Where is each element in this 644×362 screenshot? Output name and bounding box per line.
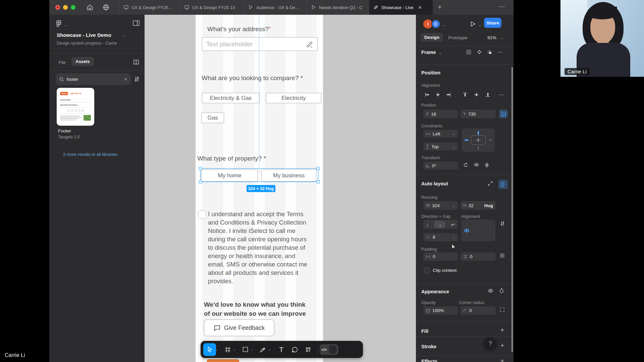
tab-showcase-live-active[interactable]: Showcase - Live ✕	[369, 0, 433, 15]
constraint-top-tick[interactable]	[478, 131, 479, 135]
height-field[interactable]: H32 Hug	[461, 201, 496, 210]
direction-down-icon[interactable]: ↓	[426, 222, 429, 227]
add-stroke-icon[interactable]: +	[500, 342, 504, 349]
help-button[interactable]: ?	[484, 337, 497, 350]
alignment-more-icon[interactable]: ⋯	[497, 90, 506, 99]
selection-handle[interactable]	[317, 180, 320, 183]
inspector-scrollbar[interactable]	[512, 67, 513, 352]
asset-footer-thumbnail[interactable]: iSelect 1800 784 772 About iSelect⌄ Impo…	[57, 88, 94, 126]
use-as-mask-icon[interactable]	[487, 50, 492, 55]
assets-search-field[interactable]: footer ✕	[56, 73, 131, 85]
tab-ux-design-fy25-de[interactable]: UX & Design FY25 De	[119, 0, 177, 15]
give-feedback-button[interactable]: Give Feedback	[204, 319, 274, 336]
flip-horizontal-icon[interactable]	[474, 162, 479, 167]
corner-radius-field[interactable]: 0	[461, 306, 496, 315]
chevron-down-icon[interactable]: ⌄	[64, 23, 67, 27]
rotate-icon[interactable]	[463, 162, 469, 168]
figma-logo-icon[interactable]	[56, 20, 61, 28]
dev-mode-toggle[interactable]: </>	[320, 344, 338, 355]
absolute-position-toggle[interactable]	[499, 110, 508, 118]
option-my-home-button[interactable]: My home	[201, 169, 258, 182]
direction-wrap-icon[interactable]: ↩	[451, 222, 455, 227]
align-center-h-icon[interactable]	[433, 90, 442, 99]
traffic-minimize-button[interactable]	[63, 5, 68, 10]
direction-right-icon-active[interactable]: →	[434, 221, 445, 228]
opacity-field[interactable]: 100%	[423, 306, 458, 315]
add-effect-icon[interactable]: +	[500, 357, 504, 362]
align-right-icon[interactable]	[444, 90, 453, 99]
y-position-field[interactable]: Y735	[461, 110, 496, 118]
spaces-globe-icon[interactable]	[102, 4, 110, 11]
frame-section-title[interactable]: Frame	[421, 50, 436, 55]
traffic-zoom-button[interactable]	[71, 5, 75, 10]
distribute-icon[interactable]	[500, 221, 505, 227]
rotation-field[interactable]: 0°	[423, 162, 458, 170]
horizontal-padding-field[interactable]: 0	[423, 252, 458, 261]
pen-tool-button[interactable]	[257, 343, 269, 356]
auto-layout-alignment-grid[interactable]	[461, 220, 495, 241]
option-electricity-button[interactable]: Electricity	[266, 93, 321, 103]
more-results-link[interactable]: 2 more results in all libraries	[63, 152, 117, 157]
independent-corners-icon[interactable]	[500, 307, 505, 312]
present-chevron[interactable]: ⌄	[478, 23, 481, 27]
traffic-close-button[interactable]	[55, 5, 60, 10]
add-fill-icon[interactable]: +	[500, 326, 504, 334]
address-input[interactable]: Text placeholder	[202, 37, 318, 51]
create-component-icon[interactable]	[477, 49, 482, 55]
width-field[interactable]: W324⌄	[423, 201, 458, 210]
eye-icon[interactable]	[488, 289, 493, 293]
home-icon[interactable]	[86, 4, 94, 11]
direction-segmented-control[interactable]: ↓ → ↩	[423, 220, 458, 229]
flip-vertical-icon[interactable]	[484, 162, 489, 168]
terms-checkbox[interactable]	[198, 210, 206, 219]
chevron-down-icon[interactable]: ⌄	[122, 33, 125, 38]
vertical-padding-field[interactable]: 0	[461, 252, 496, 261]
tab-audience[interactable]: Audience · UX & Desig	[244, 0, 304, 15]
actions-tool-button[interactable]	[303, 343, 314, 356]
share-button[interactable]: Share	[484, 18, 501, 28]
constraint-right-tick[interactable]	[489, 140, 492, 140]
clear-search-icon[interactable]: ✕	[124, 77, 127, 82]
avatar-c[interactable]: C	[431, 19, 440, 28]
tab-needs-iteration[interactable]: Needs iteration Q2 - C	[307, 0, 368, 15]
present-play-icon[interactable]	[470, 21, 476, 27]
partially-visible-orange-button[interactable]	[207, 359, 239, 362]
pen-tool-chevron[interactable]: ⌄	[268, 348, 271, 351]
move-tool-chevron[interactable]: ⌄	[215, 348, 218, 351]
option-gas-button[interactable]: Gas	[201, 113, 224, 123]
frame-tool-chevron[interactable]: ⌄	[233, 348, 235, 351]
expand-icon[interactable]	[488, 181, 493, 186]
library-book-icon[interactable]	[132, 59, 140, 66]
shape-tool-button[interactable]	[240, 343, 251, 356]
text-tool-button[interactable]: T	[276, 343, 287, 356]
close-tab-icon[interactable]: ✕	[418, 5, 422, 10]
align-left-icon[interactable]	[423, 90, 431, 99]
frame-chevron[interactable]: ⌄	[439, 51, 442, 55]
tab-ux-design-fy25-13[interactable]: UX & Design FY25 13	[180, 0, 241, 15]
toggle-panel-icon[interactable]	[132, 20, 140, 26]
tab-prototype[interactable]: Prototype	[448, 35, 468, 40]
move-tool-button[interactable]	[203, 343, 216, 356]
filter-sliders-icon[interactable]	[134, 76, 140, 82]
figma-canvas[interactable]: What's your address?* Text placeholder W…	[145, 15, 416, 362]
horizontal-constraint-select[interactable]: Left⌄	[423, 130, 458, 138]
vertical-constraint-select[interactable]: Top⌄	[423, 142, 458, 150]
component-grid-icon[interactable]	[466, 50, 471, 55]
avatars-chevron[interactable]: ⌄	[443, 23, 446, 27]
frame-more-icon[interactable]: ⋯	[497, 49, 503, 55]
gap-field[interactable]: 8⌄	[423, 233, 458, 241]
align-bottom-icon[interactable]	[483, 90, 492, 99]
zoom-chevron[interactable]: ⌄	[500, 36, 503, 40]
align-top-icon[interactable]	[461, 90, 469, 99]
sidebar-tab-file[interactable]: File	[59, 60, 66, 65]
avatar-i[interactable]: I	[423, 19, 432, 28]
overflow-menu-icon[interactable]: ⋯	[499, 3, 505, 10]
independent-padding-icon[interactable]	[500, 253, 505, 258]
constraint-bottom-tick[interactable]	[478, 146, 479, 149]
shape-tool-chevron[interactable]: ⌄	[251, 348, 253, 351]
option-electricity-gas-button[interactable]: Electricity & Gas	[202, 93, 260, 103]
tab-design[interactable]: Design	[421, 33, 443, 42]
pencil-edit-icon[interactable]	[306, 41, 313, 48]
comment-tool-button[interactable]	[289, 343, 301, 356]
zoom-level[interactable]: 91%	[487, 35, 496, 40]
